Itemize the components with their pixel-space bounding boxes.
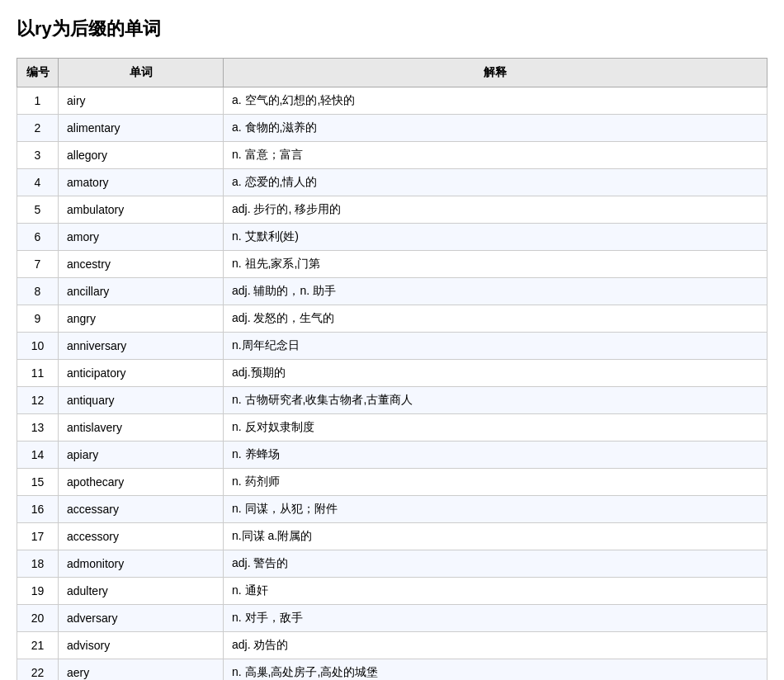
cell-num: 15 (17, 469, 59, 496)
table-row: 2alimentarya. 食物的,滋养的 (17, 115, 767, 142)
cell-word: aery (59, 659, 224, 681)
table-row: 1airya. 空气的,幻想的,轻快的 (17, 87, 767, 115)
cell-num: 8 (17, 278, 59, 305)
cell-word: adversary (59, 605, 224, 632)
cell-definition: n. 反对奴隶制度 (224, 414, 767, 442)
table-row: 17accessoryn.同谋 a.附属的 (17, 523, 767, 550)
cell-num: 22 (17, 659, 59, 681)
cell-definition: adj. 警告的 (224, 550, 767, 578)
table-row: 16accessaryn. 同谋，从犯；附件 (17, 496, 767, 523)
table-row: 9angryadj. 发怒的，生气的 (17, 305, 767, 333)
cell-definition: adj. 发怒的，生气的 (224, 305, 767, 333)
cell-word: apiary (59, 442, 224, 469)
table-row: 12antiquaryn. 古物研究者,收集古物者,古董商人 (17, 387, 767, 414)
cell-num: 9 (17, 305, 59, 333)
table-row: 8ancillaryadj. 辅助的，n. 助手 (17, 278, 767, 305)
cell-word: airy (59, 87, 224, 115)
table-row: 14apiaryn. 养蜂场 (17, 442, 767, 469)
cell-definition: adj.预期的 (224, 360, 767, 387)
cell-definition: n. 艾默利(姓) (224, 224, 767, 251)
table-row: 6amoryn. 艾默利(姓) (17, 224, 767, 251)
table-row: 4amatorya. 恋爱的,情人的 (17, 169, 767, 196)
table-row: 11anticipatoryadj.预期的 (17, 360, 767, 387)
cell-definition: n. 药剂师 (224, 469, 767, 496)
table-row: 18admonitoryadj. 警告的 (17, 550, 767, 578)
cell-word: adultery (59, 578, 224, 605)
cell-definition: adj. 步行的, 移步用的 (224, 196, 767, 224)
cell-word: ambulatory (59, 196, 224, 224)
table-row: 15apothecaryn. 药剂师 (17, 469, 767, 496)
cell-definition: n. 养蜂场 (224, 442, 767, 469)
cell-definition: n. 同谋，从犯；附件 (224, 496, 767, 523)
table-row: 21advisoryadj. 劝告的 (17, 632, 767, 659)
cell-word: ancestry (59, 251, 224, 278)
page-title: 以ry为后缀的单词 (17, 17, 767, 41)
cell-word: accessory (59, 523, 224, 550)
cell-num: 11 (17, 360, 59, 387)
cell-definition: adj. 劝告的 (224, 632, 767, 659)
cell-word: accessary (59, 496, 224, 523)
col-header-num: 编号 (17, 59, 59, 87)
cell-definition: a. 空气的,幻想的,轻快的 (224, 87, 767, 115)
cell-word: anticipatory (59, 360, 224, 387)
cell-num: 6 (17, 224, 59, 251)
cell-num: 1 (17, 87, 59, 115)
cell-num: 12 (17, 387, 59, 414)
cell-definition: n.同谋 a.附属的 (224, 523, 767, 550)
cell-num: 2 (17, 115, 59, 142)
cell-definition: a. 恋爱的,情人的 (224, 169, 767, 196)
cell-word: admonitory (59, 550, 224, 578)
table-row: 10anniversaryn.周年纪念日 (17, 333, 767, 360)
cell-definition: n. 对手，敌手 (224, 605, 767, 632)
cell-word: allegory (59, 142, 224, 169)
cell-num: 21 (17, 632, 59, 659)
cell-word: antislavery (59, 414, 224, 442)
cell-num: 16 (17, 496, 59, 523)
cell-word: antiquary (59, 387, 224, 414)
word-table: 编号 单词 解释 1airya. 空气的,幻想的,轻快的2alimentarya… (17, 58, 767, 680)
cell-definition: n. 高巢,高处房子,高处的城堡 (224, 659, 767, 681)
cell-definition: a. 食物的,滋养的 (224, 115, 767, 142)
cell-num: 19 (17, 578, 59, 605)
table-row: 7ancestryn. 祖先,家系,门第 (17, 251, 767, 278)
cell-num: 3 (17, 142, 59, 169)
table-row: 3allegoryn. 富意；富言 (17, 142, 767, 169)
cell-num: 18 (17, 550, 59, 578)
col-header-def: 解释 (224, 59, 767, 87)
cell-num: 13 (17, 414, 59, 442)
cell-definition: n. 祖先,家系,门第 (224, 251, 767, 278)
cell-word: angry (59, 305, 224, 333)
cell-word: amatory (59, 169, 224, 196)
table-row: 19adulteryn. 通奸 (17, 578, 767, 605)
cell-word: alimentary (59, 115, 224, 142)
table-row: 22aeryn. 高巢,高处房子,高处的城堡 (17, 659, 767, 681)
cell-num: 4 (17, 169, 59, 196)
cell-num: 20 (17, 605, 59, 632)
table-row: 13antislaveryn. 反对奴隶制度 (17, 414, 767, 442)
table-header-row: 编号 单词 解释 (17, 59, 767, 87)
cell-word: advisory (59, 632, 224, 659)
cell-word: ancillary (59, 278, 224, 305)
cell-num: 7 (17, 251, 59, 278)
cell-num: 14 (17, 442, 59, 469)
cell-word: anniversary (59, 333, 224, 360)
cell-definition: n. 通奸 (224, 578, 767, 605)
cell-num: 17 (17, 523, 59, 550)
col-header-word: 单词 (59, 59, 224, 87)
cell-num: 10 (17, 333, 59, 360)
table-row: 20adversaryn. 对手，敌手 (17, 605, 767, 632)
cell-word: amory (59, 224, 224, 251)
cell-num: 5 (17, 196, 59, 224)
table-row: 5ambulatoryadj. 步行的, 移步用的 (17, 196, 767, 224)
cell-definition: n.周年纪念日 (224, 333, 767, 360)
cell-definition: n. 富意；富言 (224, 142, 767, 169)
cell-definition: n. 古物研究者,收集古物者,古董商人 (224, 387, 767, 414)
cell-definition: adj. 辅助的，n. 助手 (224, 278, 767, 305)
cell-word: apothecary (59, 469, 224, 496)
